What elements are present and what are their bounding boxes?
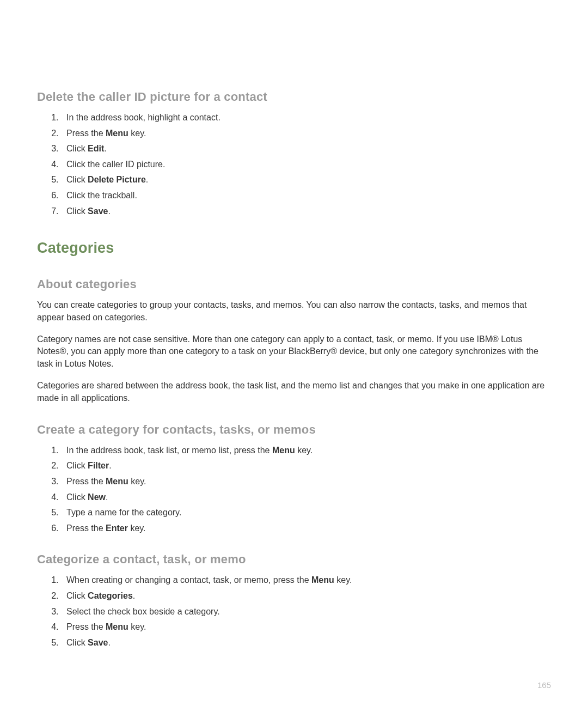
section-create-category: Create a category for contacts, tasks, o…	[37, 423, 551, 534]
step: In the address book, highlight a contact…	[61, 112, 551, 124]
document-page: { "pageNumber": "165", "s1": { "heading"…	[0, 0, 588, 648]
step: Click the trackball.	[61, 190, 551, 202]
section-about-categories: About categories You can create categori…	[37, 277, 551, 404]
steps-create-category: In the address book, task list, or memo …	[37, 445, 551, 534]
step: When creating or changing a contact, tas…	[61, 574, 551, 586]
paragraph: Category names are not case sensitive. M…	[37, 333, 551, 370]
step: Select the check box beside a category.	[61, 606, 551, 618]
step: Click the caller ID picture.	[61, 159, 551, 171]
step: Click New.	[61, 491, 551, 503]
heading-categories: Categories	[37, 240, 551, 257]
step: Click Delete Picture.	[61, 174, 551, 186]
step: Press the Enter key.	[61, 522, 551, 534]
heading-about-categories: About categories	[37, 277, 551, 291]
steps-delete-caller-id: In the address book, highlight a contact…	[37, 112, 551, 217]
step: Click Categories.	[61, 590, 551, 602]
step: Press the Menu key.	[61, 476, 551, 488]
heading-create-category: Create a category for contacts, tasks, o…	[37, 423, 551, 437]
paragraph: Categories are shared between the addres…	[37, 380, 551, 404]
steps-categorize: When creating or changing a contact, tas…	[37, 574, 551, 648]
step: Press the Menu key.	[61, 127, 551, 139]
heading-delete-caller-id: Delete the caller ID picture for a conta…	[37, 90, 551, 104]
section-delete-caller-id: Delete the caller ID picture for a conta…	[37, 90, 551, 217]
step: Click Edit.	[61, 143, 551, 155]
step: Click Save.	[61, 637, 551, 649]
step: Click Filter.	[61, 460, 551, 472]
step: Type a name for the category.	[61, 507, 551, 519]
step: Press the Menu key.	[61, 621, 551, 633]
step: Click Save.	[61, 205, 551, 217]
paragraph: You can create categories to group your …	[37, 299, 551, 324]
page-number: 165	[537, 680, 551, 690]
section-categorize: Categorize a contact, task, or memo When…	[37, 552, 551, 648]
heading-categorize: Categorize a contact, task, or memo	[37, 552, 551, 567]
step: In the address book, task list, or memo …	[61, 445, 551, 457]
